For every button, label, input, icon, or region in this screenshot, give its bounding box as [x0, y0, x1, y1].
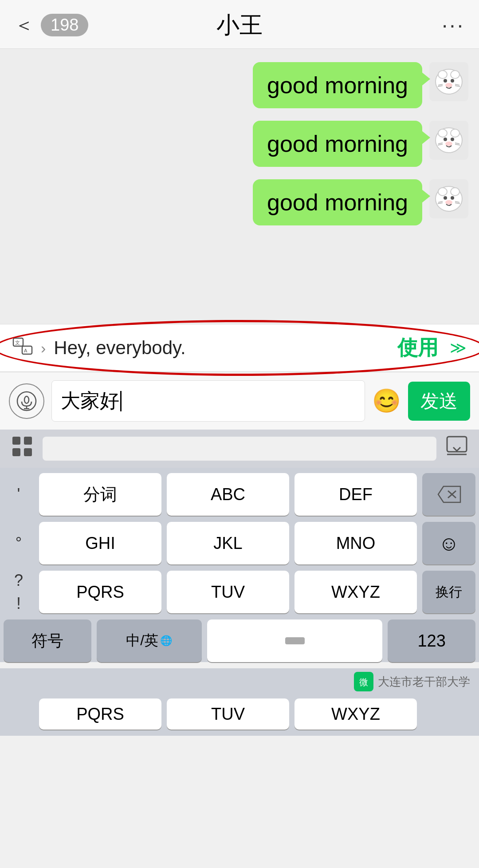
key-abc[interactable]: ABC [167, 473, 289, 516]
page-title: 小王 [216, 10, 263, 41]
keyboard-row-4: 符号 中/英 🌐 123 [4, 619, 475, 662]
header: ＜ 198 小王 ··· [0, 0, 479, 49]
svg-text:微: 微 [359, 677, 368, 687]
zhongying-key[interactable]: 中/英 🌐 [97, 619, 202, 662]
bottom-spacer [4, 698, 34, 730]
svg-point-24 [438, 188, 447, 196]
svg-point-16 [451, 138, 454, 141]
svg-text:文: 文 [15, 340, 20, 345]
space-key[interactable] [207, 619, 382, 662]
key-mno[interactable]: MNO [294, 522, 417, 564]
key-wxyz[interactable]: WXYZ [294, 571, 417, 613]
svg-point-17 [445, 142, 452, 146]
svg-point-15 [444, 138, 447, 141]
svg-point-6 [445, 83, 452, 87]
keyboard-toolbar [0, 430, 479, 468]
send-button[interactable]: 发送 [408, 382, 470, 421]
key-fenzi[interactable]: 分词 [39, 473, 161, 516]
hide-keyboard-icon[interactable] [445, 435, 468, 462]
translate-arrow-icon: › [41, 339, 46, 357]
chat-area: good morning good morning [0, 49, 479, 324]
num123-key[interactable]: 123 [388, 619, 475, 662]
avatar [429, 179, 468, 218]
svg-point-5 [451, 79, 454, 83]
emoji-button[interactable]: 😊 [372, 387, 401, 414]
svg-point-26 [444, 196, 447, 200]
key-left-col-3: ? ! [4, 571, 34, 613]
svg-rect-44 [24, 448, 32, 456]
keyboard-row-1: ' 分词 ABC DEF [4, 473, 475, 516]
message-row: good morning [11, 62, 468, 108]
svg-point-14 [451, 129, 459, 137]
more-options-button[interactable]: ··· [442, 13, 465, 37]
svg-point-27 [451, 196, 454, 200]
svg-point-4 [444, 79, 447, 83]
message-input[interactable]: 大家好 [51, 380, 365, 422]
left-char-degree: ° [16, 522, 22, 564]
key-left-col-1: ' [4, 473, 34, 516]
message-bubble: good morning [253, 62, 422, 108]
svg-text:A: A [24, 348, 27, 353]
key-def[interactable]: DEF [294, 473, 417, 516]
bottom-right-spacer [422, 698, 475, 730]
key-tuv-2[interactable]: TUV [167, 698, 289, 730]
emoji-key[interactable]: ☺ [422, 522, 475, 564]
header-left: ＜ 198 [14, 12, 88, 38]
key-pqrs[interactable]: PQRS [39, 571, 161, 613]
svg-point-38 [24, 396, 29, 403]
chevron-down-icon[interactable]: ≫ [450, 339, 467, 357]
back-badge[interactable]: 198 [41, 14, 88, 36]
voice-button[interactable] [9, 383, 44, 419]
message-row: good morning [11, 121, 468, 167]
avatar [429, 62, 468, 101]
grid-icon[interactable] [11, 435, 34, 463]
back-arrow-icon[interactable]: ＜ [14, 12, 34, 38]
message-bubble: good morning [253, 179, 422, 225]
translated-text: Hey, everybody. [54, 337, 389, 359]
svg-rect-49 [285, 637, 305, 644]
newline-key[interactable]: 换行 [422, 571, 475, 613]
translation-bar: 文 A › Hey, everybody. 使用 ≫ [0, 324, 479, 372]
avatar [429, 121, 468, 160]
svg-rect-45 [447, 437, 467, 452]
key-pqrs-2[interactable]: PQRS [39, 698, 161, 730]
watermark-logo-icon: 微 [354, 672, 373, 691]
message-bubble: good morning [253, 121, 422, 167]
toolbar-input-area [43, 437, 436, 461]
key-tuv[interactable]: TUV [167, 571, 289, 613]
left-char-question: ? [14, 571, 23, 590]
delete-key[interactable] [422, 473, 475, 516]
key-wxyz-2[interactable]: WXYZ [294, 698, 417, 730]
key-ghi[interactable]: GHI [39, 522, 161, 564]
keyboard-row-2: ° GHI JKL MNO ☺ [4, 522, 475, 564]
watermark-text: 大连市老干部大学 [378, 674, 470, 690]
svg-rect-42 [24, 437, 32, 445]
input-bar: 大家好 😊 发送 [0, 372, 479, 430]
use-translation-button[interactable]: 使用 [397, 334, 438, 362]
watermark: 微 大连市老干部大学 [0, 668, 479, 698]
svg-point-3 [451, 71, 459, 79]
svg-point-13 [438, 129, 447, 137]
message-row: good morning [11, 179, 468, 225]
keyboard: ' 分词 ABC DEF ° GHI JKL MNO ☺ ? ! PQRS TU… [0, 468, 479, 662]
key-jkl[interactable]: JKL [167, 522, 289, 564]
svg-point-28 [445, 200, 452, 205]
text-cursor [120, 391, 122, 411]
key-left-col-2: ° [4, 522, 34, 564]
svg-rect-41 [12, 437, 20, 445]
keyboard-row-3: ? ! PQRS TUV WXYZ 换行 [4, 571, 475, 613]
translate-icon: 文 A [12, 337, 33, 359]
left-char-exclaim: ! [16, 594, 21, 613]
svg-rect-43 [12, 448, 20, 456]
symbol-key[interactable]: 符号 [4, 619, 91, 662]
keyboard-partial-bottom-row: PQRS TUV WXYZ [0, 698, 479, 736]
left-char-apostrophe: ' [17, 473, 20, 516]
svg-point-25 [451, 188, 459, 196]
svg-point-2 [438, 71, 447, 79]
